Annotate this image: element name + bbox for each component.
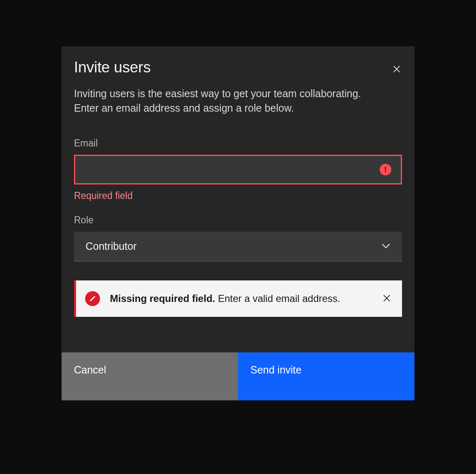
- error-alert: Missing required field. Enter a valid em…: [74, 280, 402, 317]
- alert-close-button[interactable]: [381, 292, 393, 306]
- role-select-value: Contributor: [86, 240, 137, 252]
- warning-filled-icon: !: [380, 164, 391, 175]
- alert-content: Missing required field. Enter a valid em…: [110, 292, 371, 305]
- form-section: Email ! Required field Role Contributor: [62, 115, 414, 261]
- invite-users-modal: Invite users Inviting users is the easie…: [62, 46, 414, 400]
- modal-footer: Cancel Send invite: [62, 352, 414, 400]
- close-button[interactable]: [390, 63, 403, 77]
- modal-description: Inviting users is the easiest way to get…: [62, 77, 388, 115]
- role-field-group: Role Contributor: [74, 215, 402, 261]
- email-field-group: Email ! Required field: [74, 138, 402, 201]
- close-icon: [382, 294, 391, 304]
- role-label: Role: [74, 215, 402, 226]
- email-input[interactable]: [74, 155, 402, 184]
- email-label: Email: [74, 138, 402, 149]
- error-filled-icon: [85, 291, 100, 306]
- modal-title: Invite users: [74, 59, 151, 76]
- alert-message: Enter a valid email address.: [215, 293, 340, 304]
- role-select-wrapper: Contributor: [74, 232, 402, 261]
- email-error-text: Required field: [74, 190, 402, 201]
- modal-header: Invite users: [62, 46, 414, 77]
- close-icon: [392, 65, 401, 75]
- cancel-button[interactable]: Cancel: [62, 352, 238, 400]
- role-select[interactable]: Contributor: [74, 232, 402, 261]
- svg-line-2: [90, 297, 95, 301]
- alert-title: Missing required field.: [110, 293, 215, 304]
- email-input-wrapper: !: [74, 155, 402, 184]
- send-invite-button[interactable]: Send invite: [238, 352, 414, 400]
